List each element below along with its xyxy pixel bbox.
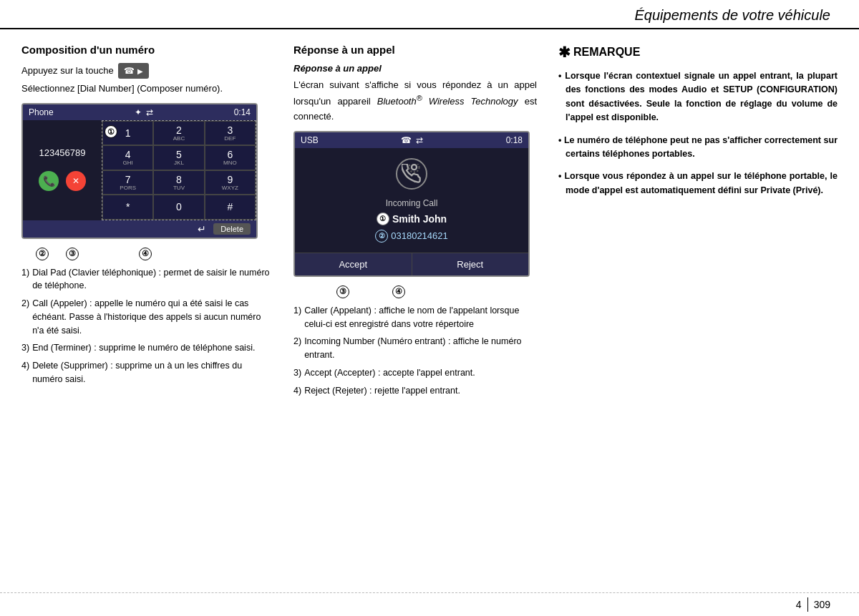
key-3[interactable]: 3DEF xyxy=(205,121,256,146)
phone-screen: Phone ✦ ⇄ 0:14 123456789 📞 ✕ xyxy=(21,103,258,239)
list-item-2: 2) Call (Appeler) : appelle le numéro qu… xyxy=(21,297,272,337)
annotation-2: ② xyxy=(36,248,49,260)
call-ring-icon xyxy=(396,158,427,190)
usb-annotation-3: ③ xyxy=(336,285,349,298)
left-list: 1) Dial Pad (Clavier téléphonique) : per… xyxy=(21,266,272,386)
usb-screen: USB ☎ ⇄ 0:18 Incoming xyxy=(293,131,530,277)
screen-annotations: ② ③ ④ xyxy=(21,248,272,260)
bullet-item-1: Lorsque l'écran contextuel signale un ap… xyxy=(558,69,838,125)
key-0[interactable]: 0 xyxy=(153,195,204,220)
annotation-1: ① xyxy=(105,125,117,138)
header-title: Équipements de votre véhicule xyxy=(635,7,831,24)
key-5[interactable]: 5JKL xyxy=(153,145,204,170)
bullet-item-2: Le numéro de téléphone peut ne pas s'aff… xyxy=(558,134,838,162)
mid-section-title: Réponse à un appel xyxy=(293,44,537,56)
bullet-list: Lorsque l'écran contextuel signale un ap… xyxy=(558,69,838,197)
bluetooth-icon: ✦ xyxy=(135,107,142,117)
usb-arrows-icon: ⇄ xyxy=(416,135,423,145)
mid-list-item-1: 1) Caller (Appelant) : affiche le nom de… xyxy=(293,304,537,331)
page-divider xyxy=(807,597,808,612)
annotation-4: ④ xyxy=(139,248,152,260)
usb-time: 0:18 xyxy=(506,135,523,145)
incoming-call-label: Incoming Call xyxy=(386,198,438,208)
svg-point-0 xyxy=(412,165,417,170)
key-9[interactable]: 9WXYZ xyxy=(205,170,256,195)
phone-screen-header: Phone ✦ ⇄ 0:14 xyxy=(23,104,256,120)
bluetooth-text: Bluetooth® Wireless Technology xyxy=(377,96,518,107)
key-hash[interactable]: # xyxy=(205,195,256,220)
bullet-item-3: Lorsque vous répondez à un appel sur le … xyxy=(558,170,838,197)
left-column: Composition d'un numéro Appuyez sur la t… xyxy=(21,44,286,401)
intro-part2: Sélectionnez [Dial Number] (Composer num… xyxy=(21,82,223,96)
phone-button-icon[interactable]: ☎ xyxy=(118,63,149,79)
end-button[interactable]: ✕ xyxy=(66,171,86,191)
list-item-1: 1) Dial Pad (Clavier téléphonique) : per… xyxy=(21,266,272,293)
usb-annotations: ③ ④ xyxy=(293,285,537,298)
key-7[interactable]: 7PORS xyxy=(102,170,153,195)
page-header: Équipements de votre véhicule xyxy=(0,0,859,29)
caller-annotation-2: ② xyxy=(375,230,388,243)
phone-header-icons: ✦ ⇄ xyxy=(135,107,153,117)
phone-left-panel: 123456789 📞 ✕ xyxy=(23,120,102,220)
asterisk-icon: ✱ xyxy=(558,44,571,61)
page-num: 309 xyxy=(814,599,830,610)
usb-call-icon: ☎ xyxy=(401,135,412,145)
reject-button[interactable]: Reject xyxy=(412,253,529,275)
mid-column: Réponse à un appel Réponse à un appel L'… xyxy=(286,44,544,401)
annotation-3: ③ xyxy=(66,248,79,260)
phone-number-display: 123456789 xyxy=(39,147,85,158)
mid-list-item-4: 4) Reject (Rejeter) : rejette l'appel en… xyxy=(293,384,537,398)
usb-annotation-4: ④ xyxy=(392,285,405,298)
remarque-title: ✱ REMARQUE xyxy=(558,44,838,61)
list-item-4: 4) Delete (Supprimer) : supprime un à un… xyxy=(21,359,272,386)
delete-button[interactable]: Delete xyxy=(213,223,251,235)
usb-label: USB xyxy=(301,135,319,145)
left-section-title: Composition d'un numéro xyxy=(21,44,272,56)
phone-label: Phone xyxy=(29,107,54,117)
key-6[interactable]: 6MNO xyxy=(205,145,256,170)
key-8[interactable]: 8TUV xyxy=(153,170,204,195)
intro-part1: Appuyez sur la touche xyxy=(21,64,114,78)
mid-list-item-2: 2) Incoming Number (Numéro entrant) : af… xyxy=(293,335,537,362)
phone-footer: ↵ Delete xyxy=(23,220,256,238)
dial-pad: 1 2ABC 3DEF 4GHI 5JKL 6MNO 7PORS 8TUV 9W… xyxy=(102,120,256,220)
page-section: 4 xyxy=(796,599,802,610)
mid-description: L'écran suivant s'affiche si vous répond… xyxy=(293,78,537,124)
mid-list-item-3: 3) Accept (Accepter) : accepte l'appel e… xyxy=(293,366,537,380)
mid-subtitle: Réponse à un appel xyxy=(293,63,537,74)
phone-time: 0:14 xyxy=(234,107,251,117)
caller-number: ② 03180214621 xyxy=(375,230,448,243)
page-footer: 4 309 xyxy=(0,592,859,616)
key-4[interactable]: 4GHI xyxy=(102,145,153,170)
main-content: Composition d'un numéro Appuyez sur la t… xyxy=(0,29,859,401)
caller-annotation-1: ① xyxy=(377,212,389,225)
mid-list: 1) Caller (Appelant) : affiche le nom de… xyxy=(293,304,537,398)
phone-body: 123456789 📞 ✕ 1 2ABC 3DEF 4GHI 5JKL 6MN xyxy=(23,120,256,220)
caller-name: ① Smith John xyxy=(377,212,447,225)
page-number: 4 309 xyxy=(796,597,830,612)
arrows-icon: ⇄ xyxy=(146,107,153,117)
accept-button[interactable]: Accept xyxy=(295,253,412,275)
back-icon[interactable]: ↵ xyxy=(198,223,206,235)
call-button[interactable]: 📞 xyxy=(39,171,59,191)
usb-footer: Accept Reject xyxy=(295,253,528,275)
usb-body: Incoming Call ① Smith John ② 03180214621 xyxy=(295,148,528,253)
key-star[interactable]: * xyxy=(102,195,153,220)
list-item-3: 3) End (Terminer) : supprime le numéro d… xyxy=(21,341,272,355)
right-column: ✱ REMARQUE Lorsque l'écran contextuel si… xyxy=(544,44,838,401)
usb-screen-header: USB ☎ ⇄ 0:18 xyxy=(295,132,528,148)
key-2[interactable]: 2ABC xyxy=(153,121,204,146)
intro-text: Appuyez sur la touche ☎ Sélectionnez [Di… xyxy=(21,63,272,96)
